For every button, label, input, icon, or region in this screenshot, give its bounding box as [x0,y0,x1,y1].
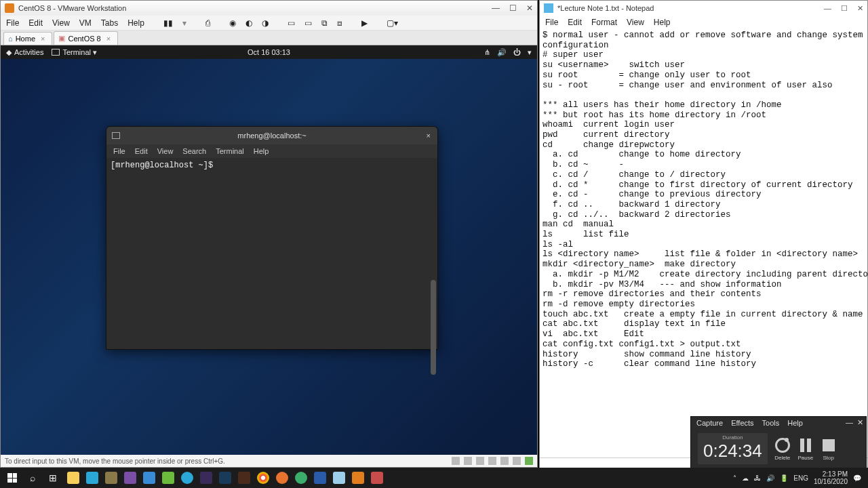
menu-vm[interactable]: VM [79,18,92,28]
menu-help[interactable]: Help [127,18,144,28]
clock[interactable]: Oct 16 03:13 [248,48,290,56]
network-icon[interactable]: ⋔ [484,48,490,57]
terminal-indicator[interactable]: Terminal ▾ [52,48,97,57]
close-button[interactable]: ✕ [857,418,863,427]
term-menu-view[interactable]: View [157,147,174,155]
layout2-icon[interactable]: ▭ [304,18,312,28]
app-explorer[interactable] [64,468,83,487]
app-vmware[interactable] [349,468,368,487]
app-notepad[interactable] [330,468,349,487]
layout-icon[interactable]: ▭ [288,18,295,28]
vmware-titlebar[interactable]: CentOS 8 - VMware Workstation — ☐ ✕ [1,1,537,16]
revert-icon[interactable]: ◑ [262,18,269,28]
fullscreen-icon[interactable]: ▶ [361,18,368,28]
snapshot-manage-icon[interactable]: ◐ [245,18,252,28]
tray-onedrive-icon[interactable]: ☁ [742,474,749,482]
close-tab-icon[interactable]: × [106,35,111,43]
gnome-terminal-window[interactable]: mrheng@localhost:~ × File Edit View Sear… [106,126,438,350]
vm-desktop[interactable]: ◆ Activities Terminal ▾ Oct 16 03:13 ⋔ 🔊… [1,45,537,455]
maximize-button[interactable]: ☐ [841,4,848,13]
app-ai[interactable] [235,468,254,487]
minimize-button[interactable]: — [492,3,500,13]
pause-button[interactable]: Pause [797,437,814,461]
device-icon-connected[interactable] [525,457,533,465]
tray-battery-icon[interactable]: 🔋 [780,474,788,482]
rec-menu-help[interactable]: Help [787,419,803,427]
term-menu-help[interactable]: Help [254,147,269,155]
app-ps[interactable] [216,468,235,487]
np-menu-format[interactable]: Format [591,18,617,27]
app-firefox[interactable] [273,468,292,487]
pause-vm-button[interactable]: ▮▮ [163,18,173,28]
rec-menu-tools[interactable]: Tools [762,419,780,427]
terminal-titlebar[interactable]: mrheng@localhost:~ × [106,127,437,144]
term-menu-edit[interactable]: Edit [135,147,148,155]
rec-menu-effects[interactable]: Effects [731,419,753,427]
terminal-body[interactable]: [mrheng@localhost ~]$ [106,158,437,349]
start-button[interactable] [3,468,22,487]
stop-button[interactable]: Stop [821,437,837,461]
device-icon[interactable] [452,457,460,465]
minimize-button[interactable]: — [824,4,831,13]
layout4-icon[interactable]: ⧈ [337,18,342,28]
close-button[interactable]: ✕ [857,4,863,13]
snapshot-icon[interactable]: ◉ [229,18,236,28]
tray-network-icon[interactable]: 🖧 [754,474,761,482]
device-icon[interactable] [476,457,484,465]
menu-tabs[interactable]: Tabs [101,18,118,28]
tray-notifications-icon[interactable]: 💬 [853,474,861,482]
terminal-scrollbar[interactable] [431,280,436,375]
delete-button[interactable]: Delete [774,437,791,461]
term-menu-terminal[interactable]: Terminal [216,147,244,155]
layout3-icon[interactable]: ⧉ [321,18,328,28]
taskview-button[interactable]: ⊞ [43,468,62,487]
close-button[interactable]: ✕ [526,3,533,13]
maximize-button[interactable]: ☐ [509,3,517,13]
device-icon[interactable] [513,457,521,465]
search-button[interactable]: ⌕ [23,468,42,487]
app-chrome[interactable] [254,468,273,487]
menu-view[interactable]: View [52,18,70,28]
app-word[interactable] [311,468,330,487]
close-tab-icon[interactable]: × [41,35,45,43]
notepad-textarea[interactable]: $ normal user - cannot add or remove sof… [540,29,867,458]
notepad-titlebar[interactable]: *Lecture Note 1.txt - Notepad — ☐ ✕ [540,1,867,16]
activities-button[interactable]: ◆ Activities [6,48,43,57]
np-menu-view[interactable]: View [627,18,644,27]
device-icon[interactable] [500,457,509,465]
term-menu-search[interactable]: Search [182,147,206,155]
minimize-button[interactable]: — [846,418,853,427]
tray-volume-icon[interactable]: 🔊 [766,474,774,482]
app-ae[interactable] [197,468,216,487]
power-dropdown[interactable]: ▾ [182,18,186,28]
tray-chevron-icon[interactable]: ˄ [733,474,736,482]
power-icon[interactable]: ⏻ [513,48,521,56]
np-menu-edit[interactable]: Edit [568,18,582,27]
menu-dropdown-icon[interactable]: ▾ [528,48,532,57]
device-icon[interactable] [488,457,496,465]
volume-icon[interactable]: 🔊 [497,48,507,57]
app-tools[interactable] [102,468,121,487]
menu-file[interactable]: File [6,18,19,28]
app-camtasia[interactable] [159,468,178,487]
menu-edit[interactable]: Edit [28,18,43,28]
tab-home[interactable]: ⌂Home× [3,32,52,45]
np-menu-file[interactable]: File [545,18,558,27]
app-telegram[interactable] [178,468,197,487]
np-menu-help[interactable]: Help [654,18,671,27]
rec-menu-capture[interactable]: Capture [696,419,723,427]
unity-icon[interactable]: ▢▾ [387,18,398,28]
app-recorder[interactable] [368,468,387,487]
tray-clock[interactable]: 2:13 PM 10/16/2020 [814,470,848,485]
terminal-close-button[interactable]: × [427,131,431,140]
screen-recorder[interactable]: Capture Effects Tools Help —✕ Duration 0… [690,416,867,469]
tray-language[interactable]: ENG [793,474,808,482]
term-menu-file[interactable]: File [113,147,125,155]
app-misc1[interactable] [292,468,311,487]
app-3d[interactable] [83,468,102,487]
device-icon[interactable] [464,457,472,465]
app-vscode[interactable] [140,468,159,487]
app-vs[interactable] [121,468,140,487]
tab-centos[interactable]: ▣CentOS 8× [54,31,118,45]
send-ctrlaltdel-icon[interactable]: ⎙ [205,18,210,28]
